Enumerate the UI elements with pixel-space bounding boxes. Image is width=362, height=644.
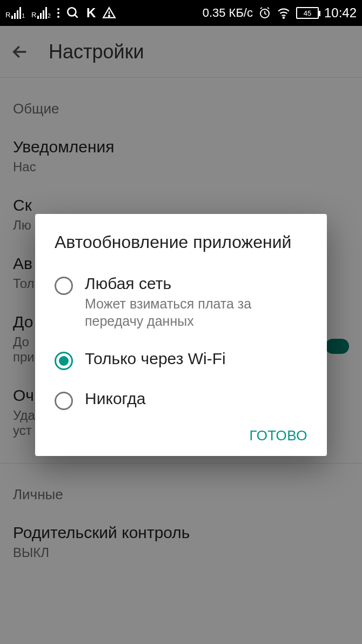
warning-triangle-icon	[102, 6, 116, 20]
radio-label: Никогда	[85, 390, 307, 408]
svg-line-6	[265, 14, 266, 15]
svg-line-8	[267, 8, 269, 9]
radio-icon	[55, 392, 73, 410]
svg-point-0	[68, 8, 76, 16]
battery-icon: 45	[296, 7, 319, 19]
svg-line-7	[260, 8, 262, 9]
more-dots-icon	[57, 8, 59, 18]
radio-label: Только через Wi-Fi	[85, 350, 307, 368]
radio-option-any-network[interactable]: Любая сеть Может взиматься плата за пере…	[35, 265, 327, 340]
radio-icon	[55, 277, 73, 295]
svg-line-1	[75, 15, 77, 17]
signal-icon-sim2: R 2	[31, 7, 51, 19]
radio-option-never[interactable]: Никогда	[35, 380, 327, 420]
status-bar: R 1 R 2 K 0.35 КБ/с 45 10:42	[0, 0, 362, 26]
signal-icon-sim1: R 1	[5, 7, 25, 19]
radio-label: Любая сеть	[85, 274, 307, 293]
search-icon	[66, 6, 80, 20]
radio-sublabel: Может взиматься плата за передачу данных	[85, 295, 307, 330]
autoupdate-dialog: Автообновление приложений Любая сеть Мож…	[35, 214, 327, 456]
svg-point-9	[283, 17, 284, 18]
svg-point-3	[109, 15, 110, 16]
radio-icon	[55, 352, 73, 370]
radio-option-wifi-only[interactable]: Только через Wi-Fi	[35, 340, 327, 380]
network-speed: 0.35 КБ/с	[203, 6, 253, 20]
wifi-icon	[277, 6, 291, 20]
done-button[interactable]: ГОТОВО	[250, 427, 307, 444]
dialog-title: Автообновление приложений	[35, 231, 327, 254]
k-icon: K	[86, 5, 96, 21]
alarm-icon	[258, 6, 271, 19]
clock-time: 10:42	[324, 5, 357, 21]
modal-overlay[interactable]: Автообновление приложений Любая сеть Мож…	[0, 26, 362, 644]
